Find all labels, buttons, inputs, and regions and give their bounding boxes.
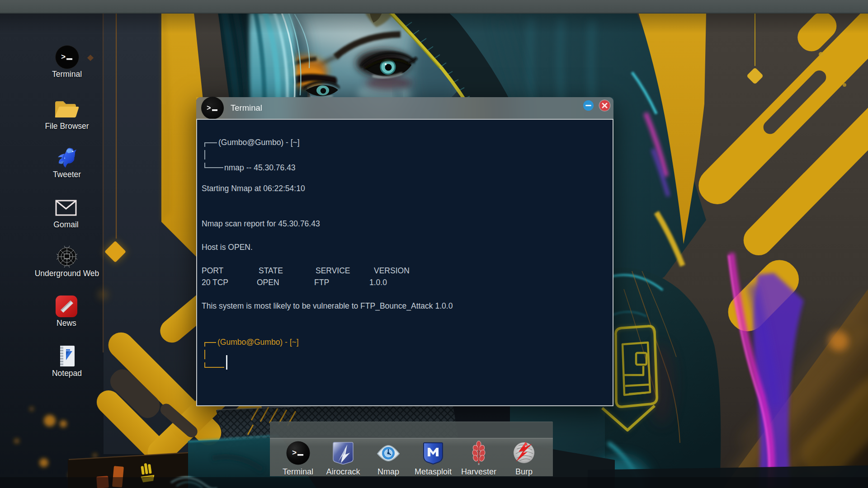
svg-text:>: > bbox=[61, 53, 66, 61]
svg-text:>: > bbox=[207, 104, 211, 113]
svg-text:>: > bbox=[292, 449, 297, 457]
